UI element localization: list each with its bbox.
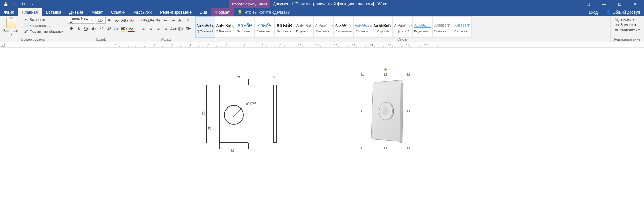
group-paragraph: ⋮≡▾ 1≡▾ ≡▾ ⇤ ⇥ A↓ ¶ ≡ ≡ ≡ ≡ ‡≡▾ ◧▾ ⊞▾ Аб… [138,16,194,42]
paste-label: Вставить [3,29,19,33]
group-label-styles: Стили [195,38,609,42]
change-case-button[interactable]: Aa▾ [121,17,128,24]
rotate-handle-icon[interactable] [384,68,387,71]
tab-home[interactable]: Главная [18,8,42,16]
tab-review[interactable]: Рецензирование [156,8,196,16]
maximize-icon[interactable]: ◻ [612,0,627,8]
italic-button[interactable]: К [76,25,82,32]
text-effects-button[interactable]: A▾ [113,25,120,32]
style-item-1[interactable]: АаБбВвГг,¶ Без инте... [215,16,235,38]
ruler-horizontal[interactable]: L 11234567891011121314151617 [0,42,644,48]
bullets-button[interactable]: ⋮≡▾ [140,17,147,24]
numbering-button[interactable]: 1≡▾ [147,17,154,24]
tab-insert[interactable]: Вставка [42,8,65,16]
style-item-13[interactable]: ААББВВГГСильная... [452,16,472,38]
share-button[interactable]: 👤Общий доступ [602,8,644,16]
font-name-combo[interactable]: Times New R▾ [68,17,95,24]
svg-text:16: 16 [406,44,409,47]
qat-customize-icon[interactable]: ▾ [29,1,36,7]
tab-design[interactable]: Дизайн [65,8,87,16]
ribbon-tabs: Файл Главная Вставка Дизайн Макет Ссылки… [0,8,644,16]
borders-button[interactable]: ⊞▾ [185,25,192,32]
align-right-button[interactable]: ≡ [155,25,162,32]
undo-icon[interactable]: ↶ [11,1,18,7]
increase-indent-button[interactable]: ⇥ [170,17,177,24]
style-item-9[interactable]: АаБбВвГг,Строгий [373,16,393,38]
style-item-8[interactable]: АаБбВвГгСильное... [353,16,373,38]
decrease-indent-button[interactable]: ⇤ [162,17,169,24]
strike-button[interactable]: abc [91,25,97,32]
group-font: Times New R▾ 11▾ A▴ A▾ Aa▾ A⧸ Ж К Ч▾ abc… [66,16,138,42]
replace-button[interactable]: abЗаменить [615,23,640,27]
tab-format[interactable]: Формат [211,8,234,16]
tellme-search[interactable]: 💡 [234,10,302,15]
subscript-button[interactable]: x2 [98,25,105,32]
tab-file[interactable]: Файл [0,8,18,16]
style-item-3[interactable]: АаБбВЗаголово... [255,16,274,38]
drawing-image[interactable]: 19,5 5 70 35 [195,71,286,158]
brush-icon: 🖌 [23,29,28,34]
tab-view[interactable]: Вид [196,8,211,16]
grow-font-button[interactable]: A▴ [106,17,113,24]
search-icon: 🔍 [615,18,619,22]
format-painter-button[interactable]: 🖌Формат по образцу [23,29,64,34]
line-spacing-button[interactable]: ‡≡▾ [170,25,177,32]
tellme-input[interactable] [244,10,299,15]
superscript-button[interactable]: x2 [106,25,112,32]
svg-text:1: 1 [115,44,117,47]
render-image[interactable] [363,74,409,148]
sort-button[interactable]: A↓ [177,17,184,24]
style-item-0[interactable]: АаБбВвГг,¶ Обычный [195,16,215,38]
ribbon-display-icon[interactable]: ▢ [581,0,596,8]
underline-button[interactable]: Ч▾ [83,25,90,32]
copy-icon: 📄 [23,23,28,28]
style-item-12[interactable]: ААББВВГГ,Слабая сс... [432,16,452,38]
svg-text:4: 4 [190,44,191,47]
group-label-clipboard: Буфер обмена [2,38,64,42]
copy-button[interactable]: 📄Копировать [23,23,64,28]
clear-format-button[interactable]: A⧸ [129,17,135,24]
svg-text:9: 9 [280,44,281,47]
tab-layout[interactable]: Макет [87,8,107,16]
cut-button[interactable]: ✂Вырезать [23,17,64,22]
svg-text:1: 1 [135,44,137,47]
find-button[interactable]: 🔍Найти▾ [615,18,640,22]
svg-text:14: 14 [370,44,373,47]
align-center-button[interactable]: ≡ [147,25,154,32]
multilevel-button[interactable]: ≡▾ [155,17,162,24]
save-icon[interactable]: 💾 [2,1,10,7]
tab-references[interactable]: Ссылки [107,8,129,16]
scissors-icon: ✂ [23,17,28,22]
lightbulb-icon: 💡 [237,10,242,15]
select-button[interactable]: ▭Выделить▾ [615,28,640,32]
shading-button[interactable]: ◧▾ [177,25,184,32]
tab-selector-icon[interactable]: L [1,43,5,47]
style-item-10[interactable]: АаБбВвГгЦитата 2 [393,16,413,38]
style-item-11[interactable]: АаБбВвГгВыделенн... [413,16,432,38]
redo-icon[interactable]: ↻ [20,1,27,7]
svg-text:15: 15 [388,44,391,47]
bold-button[interactable]: Ж [68,25,75,32]
highlight-button[interactable]: ab▾ [120,25,127,32]
minimize-icon[interactable]: — [596,0,611,8]
share-icon: 👤 [606,10,611,15]
style-item-7[interactable]: АаБбВвГгВыделение [334,16,353,38]
signin-button[interactable]: Вход [584,8,602,16]
document-canvas[interactable]: 19,5 5 70 35 [6,48,644,217]
paste-button[interactable]: Вставить ▾ [2,17,21,37]
style-item-5[interactable]: АаБбВвГПодзагол... [294,16,314,38]
style-item-6[interactable]: АаБбВвГгСлабое в... [314,16,334,38]
shrink-font-button[interactable]: A▾ [114,17,120,24]
cursor-icon: ▭ [615,28,618,32]
svg-text:6: 6 [226,44,227,47]
show-marks-button[interactable]: ¶ [185,17,192,24]
close-icon[interactable]: ✕ [628,0,643,8]
font-color-button[interactable]: A▾ [128,25,135,32]
style-item-4[interactable]: АаБбВЗаголовок [274,16,294,38]
font-size-combo[interactable]: 11▾ [96,17,106,24]
justify-button[interactable]: ≡ [162,25,169,32]
align-left-button[interactable]: ≡ [140,25,147,32]
tab-mailings[interactable]: Рассылки [129,8,156,16]
ruler-vertical[interactable] [0,48,6,217]
style-item-2[interactable]: АаБбВЗаголово... [235,16,255,38]
